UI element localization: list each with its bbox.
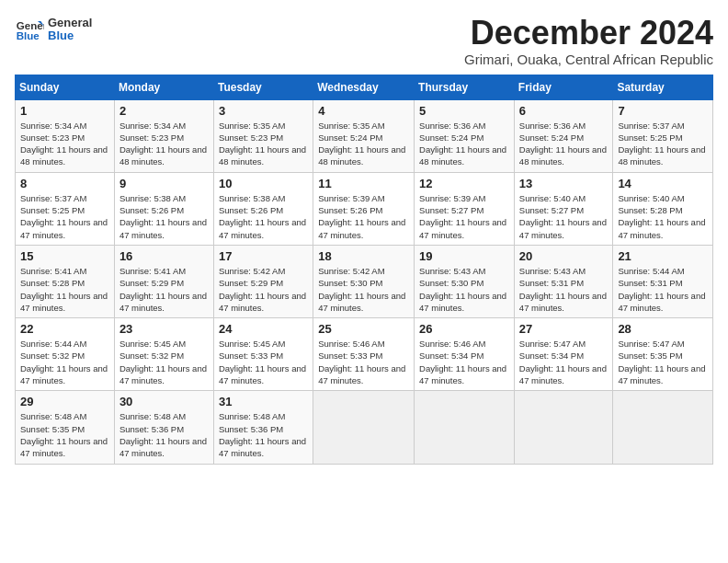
day-info: Sunrise: 5:44 AMSunset: 5:31 PMDaylight:… — [618, 266, 705, 313]
day-info: Sunrise: 5:48 AMSunset: 5:36 PMDaylight:… — [219, 411, 306, 458]
logo-blue-text: Blue — [48, 29, 92, 42]
day-info: Sunrise: 5:47 AMSunset: 5:34 PMDaylight:… — [519, 339, 607, 385]
day-number: 20 — [519, 249, 609, 263]
day-number: 7 — [618, 104, 708, 118]
calendar-cell: 25 Sunrise: 5:46 AMSunset: 5:33 PMDaylig… — [313, 318, 415, 391]
day-number: 18 — [318, 249, 409, 263]
day-number: 1 — [20, 104, 109, 118]
logo: General Blue General Blue — [15, 15, 92, 44]
calendar-cell: 18 Sunrise: 5:42 AMSunset: 5:30 PMDaylig… — [313, 245, 415, 317]
weekday-wednesday: Wednesday — [313, 75, 415, 99]
day-number: 31 — [219, 395, 308, 408]
day-info: Sunrise: 5:43 AMSunset: 5:30 PMDaylight:… — [419, 266, 506, 313]
day-number: 10 — [219, 177, 308, 190]
calendar-cell: 14 Sunrise: 5:40 AMSunset: 5:28 PMDaylig… — [613, 172, 713, 245]
location-title: Grimari, Ouaka, Central African Republic — [464, 52, 713, 67]
day-info: Sunrise: 5:44 AMSunset: 5:32 PMDaylight:… — [20, 339, 108, 385]
day-info: Sunrise: 5:35 AMSunset: 5:24 PMDaylight:… — [318, 121, 405, 167]
day-number: 14 — [618, 177, 708, 190]
calendar-cell: 2 Sunrise: 5:34 AMSunset: 5:23 PMDayligh… — [114, 99, 213, 172]
day-info: Sunrise: 5:34 AMSunset: 5:23 PMDaylight:… — [119, 121, 207, 167]
calendar-cell: 27 Sunrise: 5:47 AMSunset: 5:34 PMDaylig… — [514, 318, 613, 391]
day-info: Sunrise: 5:45 AMSunset: 5:32 PMDaylight:… — [119, 339, 207, 385]
day-info: Sunrise: 5:36 AMSunset: 5:24 PMDaylight:… — [419, 121, 506, 167]
calendar-cell — [613, 391, 713, 464]
day-number: 16 — [119, 249, 209, 263]
calendar-cell: 11 Sunrise: 5:39 AMSunset: 5:26 PMDaylig… — [313, 172, 415, 245]
day-info: Sunrise: 5:37 AMSunset: 5:25 PMDaylight:… — [20, 193, 108, 240]
day-number: 6 — [519, 104, 609, 118]
calendar-week-5: 29 Sunrise: 5:48 AMSunset: 5:35 PMDaylig… — [16, 391, 713, 464]
day-number: 30 — [119, 395, 209, 408]
day-info: Sunrise: 5:39 AMSunset: 5:27 PMDaylight:… — [419, 193, 506, 240]
day-info: Sunrise: 5:40 AMSunset: 5:28 PMDaylight:… — [618, 193, 705, 240]
day-number: 12 — [419, 177, 509, 190]
day-info: Sunrise: 5:43 AMSunset: 5:31 PMDaylight:… — [519, 266, 607, 313]
day-info: Sunrise: 5:42 AMSunset: 5:29 PMDaylight:… — [219, 266, 306, 313]
calendar-cell: 1 Sunrise: 5:34 AMSunset: 5:23 PMDayligh… — [16, 99, 115, 172]
calendar-cell: 28 Sunrise: 5:47 AMSunset: 5:35 PMDaylig… — [613, 318, 713, 391]
day-number: 29 — [20, 395, 109, 408]
calendar-cell: 26 Sunrise: 5:46 AMSunset: 5:34 PMDaylig… — [415, 318, 515, 391]
calendar-cell: 4 Sunrise: 5:35 AMSunset: 5:24 PMDayligh… — [313, 99, 415, 172]
day-number: 9 — [119, 177, 209, 190]
calendar: SundayMondayTuesdayWednesdayThursdayFrid… — [15, 75, 713, 465]
weekday-friday: Friday — [514, 75, 613, 99]
calendar-cell — [415, 391, 515, 464]
calendar-cell: 29 Sunrise: 5:48 AMSunset: 5:35 PMDaylig… — [16, 391, 115, 464]
calendar-body: 1 Sunrise: 5:34 AMSunset: 5:23 PMDayligh… — [16, 99, 713, 464]
day-number: 24 — [219, 322, 308, 336]
day-number: 19 — [419, 249, 509, 263]
calendar-cell: 13 Sunrise: 5:40 AMSunset: 5:27 PMDaylig… — [514, 172, 613, 245]
day-number: 11 — [318, 177, 409, 190]
calendar-cell: 24 Sunrise: 5:45 AMSunset: 5:33 PMDaylig… — [213, 318, 313, 391]
calendar-cell — [313, 391, 415, 464]
weekday-saturday: Saturday — [613, 75, 713, 99]
day-info: Sunrise: 5:46 AMSunset: 5:33 PMDaylight:… — [318, 339, 405, 385]
weekday-thursday: Thursday — [415, 75, 515, 99]
day-number: 28 — [618, 322, 708, 336]
weekday-sunday: Sunday — [16, 75, 115, 99]
day-number: 4 — [318, 104, 409, 118]
calendar-cell — [514, 391, 613, 464]
calendar-cell: 5 Sunrise: 5:36 AMSunset: 5:24 PMDayligh… — [415, 99, 515, 172]
calendar-week-2: 8 Sunrise: 5:37 AMSunset: 5:25 PMDayligh… — [16, 172, 713, 245]
day-number: 22 — [20, 322, 109, 336]
day-number: 25 — [318, 322, 409, 336]
svg-text:Blue: Blue — [17, 30, 40, 41]
weekday-tuesday: Tuesday — [213, 75, 313, 99]
day-number: 13 — [519, 177, 609, 190]
day-info: Sunrise: 5:47 AMSunset: 5:35 PMDaylight:… — [618, 339, 705, 385]
calendar-week-3: 15 Sunrise: 5:41 AMSunset: 5:28 PMDaylig… — [16, 245, 713, 317]
day-number: 8 — [20, 177, 109, 190]
day-info: Sunrise: 5:40 AMSunset: 5:27 PMDaylight:… — [519, 193, 607, 240]
day-info: Sunrise: 5:48 AMSunset: 5:36 PMDaylight:… — [119, 411, 207, 458]
calendar-cell: 21 Sunrise: 5:44 AMSunset: 5:31 PMDaylig… — [613, 245, 713, 317]
day-number: 15 — [20, 249, 109, 263]
calendar-cell: 17 Sunrise: 5:42 AMSunset: 5:29 PMDaylig… — [213, 245, 313, 317]
calendar-cell: 15 Sunrise: 5:41 AMSunset: 5:28 PMDaylig… — [16, 245, 115, 317]
day-info: Sunrise: 5:35 AMSunset: 5:23 PMDaylight:… — [219, 121, 306, 167]
calendar-week-1: 1 Sunrise: 5:34 AMSunset: 5:23 PMDayligh… — [16, 99, 713, 172]
day-number: 2 — [119, 104, 209, 118]
weekday-header-row: SundayMondayTuesdayWednesdayThursdayFrid… — [16, 75, 713, 99]
header: General Blue General Blue December 2024 … — [15, 15, 713, 67]
calendar-cell: 31 Sunrise: 5:48 AMSunset: 5:36 PMDaylig… — [213, 391, 313, 464]
day-info: Sunrise: 5:48 AMSunset: 5:35 PMDaylight:… — [20, 411, 108, 458]
calendar-cell: 3 Sunrise: 5:35 AMSunset: 5:23 PMDayligh… — [213, 99, 313, 172]
weekday-monday: Monday — [114, 75, 213, 99]
day-info: Sunrise: 5:39 AMSunset: 5:26 PMDaylight:… — [318, 193, 405, 240]
calendar-cell: 7 Sunrise: 5:37 AMSunset: 5:25 PMDayligh… — [613, 99, 713, 172]
day-info: Sunrise: 5:38 AMSunset: 5:26 PMDaylight:… — [119, 193, 207, 240]
day-info: Sunrise: 5:34 AMSunset: 5:23 PMDaylight:… — [20, 121, 108, 167]
day-number: 5 — [419, 104, 509, 118]
day-number: 17 — [219, 249, 308, 263]
day-info: Sunrise: 5:41 AMSunset: 5:28 PMDaylight:… — [20, 266, 108, 313]
logo-icon: General Blue — [15, 15, 44, 44]
day-info: Sunrise: 5:38 AMSunset: 5:26 PMDaylight:… — [219, 193, 306, 240]
day-number: 27 — [519, 322, 609, 336]
day-info: Sunrise: 5:46 AMSunset: 5:34 PMDaylight:… — [419, 339, 506, 385]
calendar-cell: 19 Sunrise: 5:43 AMSunset: 5:30 PMDaylig… — [415, 245, 515, 317]
day-info: Sunrise: 5:42 AMSunset: 5:30 PMDaylight:… — [318, 266, 405, 313]
day-info: Sunrise: 5:41 AMSunset: 5:29 PMDaylight:… — [119, 266, 207, 313]
